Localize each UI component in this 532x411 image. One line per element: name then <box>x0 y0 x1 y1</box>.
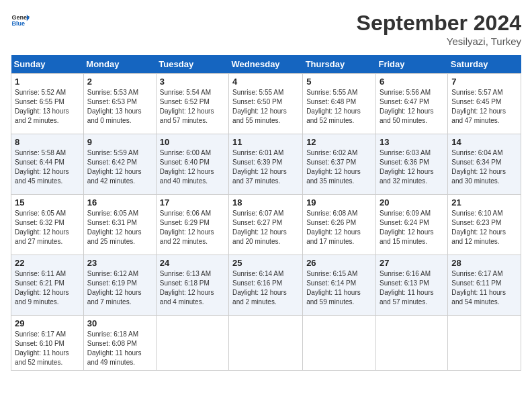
day-info: Sunrise: 6:03 AM Sunset: 6:36 PM Dayligh… <box>380 148 444 186</box>
day-number: 3 <box>160 77 225 87</box>
day-number: 11 <box>232 137 299 147</box>
calendar-cell: 1Sunrise: 5:52 AM Sunset: 6:55 PM Daylig… <box>11 74 84 134</box>
day-info: Sunrise: 5:56 AM Sunset: 6:47 PM Dayligh… <box>380 88 444 126</box>
day-info: Sunrise: 5:58 AM Sunset: 6:44 PM Dayligh… <box>15 148 80 186</box>
logo-icon: General Blue <box>11 11 30 30</box>
calendar-cell: 4Sunrise: 5:55 AM Sunset: 6:50 PM Daylig… <box>229 74 303 134</box>
calendar-cell: 7Sunrise: 5:57 AM Sunset: 6:45 PM Daylig… <box>448 74 521 134</box>
calendar-cell: 3Sunrise: 5:54 AM Sunset: 6:52 PM Daylig… <box>156 74 228 134</box>
day-number: 18 <box>232 197 299 208</box>
weekday-header-row: SundayMondayTuesdayWednesdayThursdayFrid… <box>11 55 521 74</box>
calendar-cell <box>303 316 376 371</box>
day-info: Sunrise: 6:04 AM Sunset: 6:34 PM Dayligh… <box>451 148 517 186</box>
calendar-cell: 19Sunrise: 6:08 AM Sunset: 6:26 PM Dayli… <box>303 195 376 255</box>
calendar-cell: 24Sunrise: 6:13 AM Sunset: 6:18 PM Dayli… <box>156 255 228 316</box>
calendar-cell: 8Sunrise: 5:58 AM Sunset: 6:44 PM Daylig… <box>11 134 84 195</box>
weekday-header-sunday: Sunday <box>11 55 84 74</box>
day-info: Sunrise: 6:15 AM Sunset: 6:14 PM Dayligh… <box>306 269 372 307</box>
day-number: 17 <box>160 197 225 208</box>
day-number: 13 <box>380 137 444 147</box>
day-number: 23 <box>87 258 152 268</box>
day-number: 29 <box>15 318 80 328</box>
day-info: Sunrise: 6:10 AM Sunset: 6:23 PM Dayligh… <box>451 209 517 246</box>
day-number: 2 <box>87 77 152 87</box>
day-info: Sunrise: 6:13 AM Sunset: 6:18 PM Dayligh… <box>160 269 225 307</box>
day-number: 14 <box>451 137 517 147</box>
day-number: 7 <box>451 77 517 87</box>
day-info: Sunrise: 5:52 AM Sunset: 6:55 PM Dayligh… <box>15 88 80 126</box>
day-number: 20 <box>380 197 444 208</box>
calendar-cell: 25Sunrise: 6:14 AM Sunset: 6:16 PM Dayli… <box>229 255 303 316</box>
day-info: Sunrise: 6:07 AM Sunset: 6:27 PM Dayligh… <box>232 209 299 246</box>
day-info: Sunrise: 5:53 AM Sunset: 6:53 PM Dayligh… <box>87 88 152 126</box>
day-number: 9 <box>87 137 152 147</box>
day-number: 4 <box>232 77 299 87</box>
calendar-table: SundayMondayTuesdayWednesdayThursdayFrid… <box>11 55 521 371</box>
day-info: Sunrise: 6:06 AM Sunset: 6:29 PM Dayligh… <box>160 209 225 246</box>
calendar-cell: 21Sunrise: 6:10 AM Sunset: 6:23 PM Dayli… <box>448 195 521 255</box>
logo: General Blue <box>11 11 30 30</box>
calendar-week-row: 29Sunrise: 6:17 AM Sunset: 6:10 PM Dayli… <box>11 316 521 371</box>
day-number: 30 <box>87 318 152 328</box>
calendar-week-row: 15Sunrise: 6:05 AM Sunset: 6:32 PM Dayli… <box>11 195 521 255</box>
day-info: Sunrise: 6:00 AM Sunset: 6:40 PM Dayligh… <box>160 148 225 186</box>
day-info: Sunrise: 6:18 AM Sunset: 6:08 PM Dayligh… <box>87 330 152 367</box>
day-info: Sunrise: 6:08 AM Sunset: 6:26 PM Dayligh… <box>306 209 372 246</box>
calendar-cell: 22Sunrise: 6:11 AM Sunset: 6:21 PM Dayli… <box>11 255 84 316</box>
day-info: Sunrise: 5:55 AM Sunset: 6:50 PM Dayligh… <box>232 88 299 126</box>
day-info: Sunrise: 6:05 AM Sunset: 6:31 PM Dayligh… <box>87 209 152 246</box>
day-number: 8 <box>15 137 80 147</box>
day-info: Sunrise: 6:16 AM Sunset: 6:13 PM Dayligh… <box>380 269 444 307</box>
calendar-cell <box>156 316 228 371</box>
day-info: Sunrise: 6:02 AM Sunset: 6:37 PM Dayligh… <box>306 148 372 186</box>
day-number: 21 <box>451 197 517 208</box>
calendar-cell: 18Sunrise: 6:07 AM Sunset: 6:27 PM Dayli… <box>229 195 303 255</box>
svg-text:Blue: Blue <box>11 20 25 27</box>
weekday-header-thursday: Thursday <box>303 55 376 74</box>
calendar-cell: 29Sunrise: 6:17 AM Sunset: 6:10 PM Dayli… <box>11 316 84 371</box>
day-number: 28 <box>451 258 517 268</box>
day-info: Sunrise: 5:54 AM Sunset: 6:52 PM Dayligh… <box>160 88 225 126</box>
day-number: 22 <box>15 258 80 268</box>
day-number: 19 <box>306 197 372 208</box>
day-info: Sunrise: 6:11 AM Sunset: 6:21 PM Dayligh… <box>15 269 80 307</box>
day-info: Sunrise: 6:17 AM Sunset: 6:11 PM Dayligh… <box>451 269 517 307</box>
day-info: Sunrise: 6:17 AM Sunset: 6:10 PM Dayligh… <box>15 330 80 367</box>
day-info: Sunrise: 5:59 AM Sunset: 6:42 PM Dayligh… <box>87 148 152 186</box>
day-info: Sunrise: 6:14 AM Sunset: 6:16 PM Dayligh… <box>232 269 299 307</box>
calendar-cell: 16Sunrise: 6:05 AM Sunset: 6:31 PM Dayli… <box>83 195 156 255</box>
header: General Blue September 2024 Yesilyazi, T… <box>11 11 521 47</box>
day-info: Sunrise: 6:12 AM Sunset: 6:19 PM Dayligh… <box>87 269 152 307</box>
weekday-header-saturday: Saturday <box>448 55 521 74</box>
calendar-cell <box>229 316 303 371</box>
day-number: 1 <box>15 77 80 87</box>
day-number: 25 <box>232 258 299 268</box>
calendar-cell <box>375 316 447 371</box>
calendar-cell: 2Sunrise: 5:53 AM Sunset: 6:53 PM Daylig… <box>83 74 156 134</box>
day-number: 24 <box>160 258 225 268</box>
location-title: Yesilyazi, Turkey <box>357 36 521 47</box>
title-area: September 2024 Yesilyazi, Turkey <box>357 11 521 47</box>
weekday-header-wednesday: Wednesday <box>229 55 303 74</box>
calendar-cell: 27Sunrise: 6:16 AM Sunset: 6:13 PM Dayli… <box>375 255 447 316</box>
calendar-cell: 12Sunrise: 6:02 AM Sunset: 6:37 PM Dayli… <box>303 134 376 195</box>
calendar-week-row: 8Sunrise: 5:58 AM Sunset: 6:44 PM Daylig… <box>11 134 521 195</box>
day-number: 12 <box>306 137 372 147</box>
calendar-cell: 10Sunrise: 6:00 AM Sunset: 6:40 PM Dayli… <box>156 134 228 195</box>
day-number: 10 <box>160 137 225 147</box>
day-number: 27 <box>380 258 444 268</box>
calendar-cell: 26Sunrise: 6:15 AM Sunset: 6:14 PM Dayli… <box>303 255 376 316</box>
day-number: 16 <box>87 197 152 208</box>
calendar-cell: 13Sunrise: 6:03 AM Sunset: 6:36 PM Dayli… <box>375 134 447 195</box>
weekday-header-monday: Monday <box>83 55 156 74</box>
day-number: 5 <box>306 77 372 87</box>
calendar-cell: 15Sunrise: 6:05 AM Sunset: 6:32 PM Dayli… <box>11 195 84 255</box>
calendar-cell: 11Sunrise: 6:01 AM Sunset: 6:39 PM Dayli… <box>229 134 303 195</box>
calendar-cell: 6Sunrise: 5:56 AM Sunset: 6:47 PM Daylig… <box>375 74 447 134</box>
day-number: 6 <box>380 77 444 87</box>
calendar-cell: 17Sunrise: 6:06 AM Sunset: 6:29 PM Dayli… <box>156 195 228 255</box>
calendar-cell: 14Sunrise: 6:04 AM Sunset: 6:34 PM Dayli… <box>448 134 521 195</box>
day-info: Sunrise: 6:05 AM Sunset: 6:32 PM Dayligh… <box>15 209 80 246</box>
weekday-header-friday: Friday <box>375 55 447 74</box>
calendar-cell: 30Sunrise: 6:18 AM Sunset: 6:08 PM Dayli… <box>83 316 156 371</box>
